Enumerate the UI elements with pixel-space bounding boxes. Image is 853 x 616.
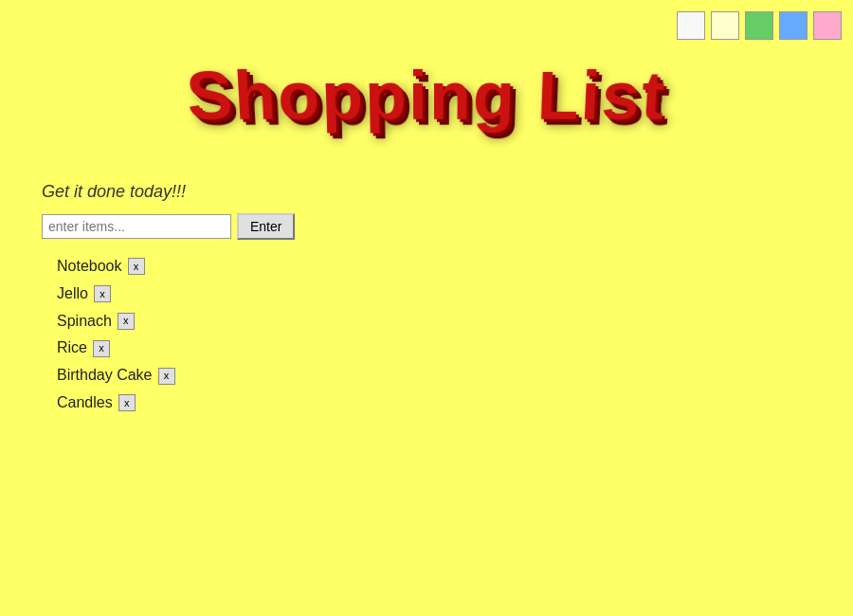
item-label: Jello [57, 281, 88, 308]
list-item: Birthday Cakex [57, 362, 853, 390]
item-label: Rice [57, 335, 87, 362]
shopping-list: NotebookxJelloxSpinachxRicexBirthday Cak… [57, 253, 853, 417]
item-label: Notebook [57, 253, 122, 281]
swatch-light-yellow[interactable] [711, 11, 739, 40]
swatch-blue[interactable] [779, 11, 808, 40]
item-label: Candles [57, 390, 113, 417]
item-label: Birthday Cake [57, 362, 153, 390]
item-input[interactable] [42, 214, 231, 239]
color-swatches [677, 11, 842, 40]
delete-button[interactable]: x [118, 313, 135, 330]
input-area: Enter [42, 213, 853, 240]
list-item: Spinachx [57, 308, 853, 335]
list-item: Candlesx [57, 390, 853, 417]
swatch-pink[interactable] [813, 11, 842, 40]
list-item: Notebookx [57, 253, 853, 281]
swatch-white[interactable] [677, 11, 705, 40]
list-item: Ricex [57, 335, 853, 362]
page-title: Shopping List [184, 57, 669, 135]
delete-button[interactable]: x [128, 258, 145, 275]
delete-button[interactable]: x [118, 394, 136, 411]
swatch-green[interactable] [745, 11, 773, 40]
item-label: Spinach [57, 308, 112, 335]
delete-button[interactable]: x [94, 285, 111, 302]
subtitle: Get it done today!!! [42, 182, 853, 202]
list-item: Jellox [57, 281, 853, 308]
delete-button[interactable]: x [158, 368, 175, 385]
delete-button[interactable]: x [93, 340, 110, 357]
enter-button[interactable]: Enter [237, 213, 295, 240]
